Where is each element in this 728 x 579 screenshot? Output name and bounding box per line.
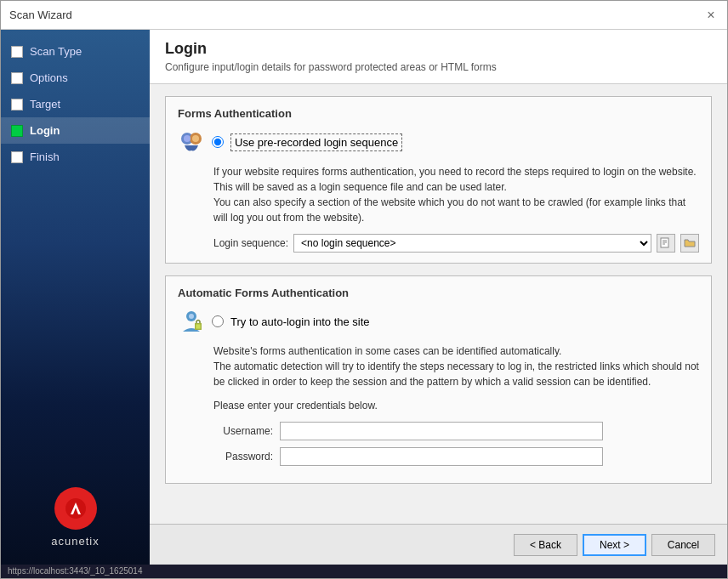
sidebar-item-finish[interactable]: Finish bbox=[1, 144, 150, 170]
sidebar-item-options[interactable]: Options bbox=[1, 65, 150, 91]
auto-auth-section: Automatic Forms Authentication bbox=[165, 275, 712, 484]
right-panel: Login Configure input/login details for … bbox=[150, 30, 727, 565]
forms-auth-section: Forms Authentication bbox=[165, 96, 712, 264]
acunetix-logo-icon bbox=[54, 487, 97, 530]
panel-header: Login Configure input/login details for … bbox=[150, 30, 727, 84]
auto-login-radio-label[interactable]: Try to auto-login into the site bbox=[230, 315, 370, 328]
login-seq-select[interactable]: <no login sequence> bbox=[293, 234, 651, 253]
password-row: Password: bbox=[213, 447, 699, 466]
forms-auth-icon bbox=[178, 128, 205, 156]
sidebar-item-login[interactable]: Login bbox=[1, 117, 150, 144]
options-checkbox bbox=[11, 72, 23, 84]
sidebar-logo: acunetix bbox=[1, 470, 150, 565]
forms-auth-description: If your website requires forms authentic… bbox=[213, 164, 699, 225]
login-label: Login bbox=[30, 124, 60, 137]
sidebar: Scan Type Options Target Login Finish bbox=[1, 30, 150, 565]
cancel-button[interactable]: Cancel bbox=[651, 534, 715, 556]
finish-label: Finish bbox=[30, 150, 60, 163]
finish-checkbox bbox=[11, 151, 23, 163]
window-title: Scan Wizard bbox=[9, 9, 72, 21]
title-bar: Scan Wizard × bbox=[1, 1, 727, 30]
open-login-seq-button[interactable] bbox=[680, 234, 699, 253]
next-button[interactable]: Next > bbox=[583, 534, 646, 556]
password-input[interactable] bbox=[280, 447, 603, 466]
scan-type-label: Scan Type bbox=[30, 45, 82, 58]
svg-rect-10 bbox=[196, 324, 201, 329]
svg-point-3 bbox=[192, 135, 199, 142]
new-login-seq-button[interactable] bbox=[657, 234, 675, 253]
sidebar-item-scan-type[interactable]: Scan Type bbox=[1, 38, 150, 65]
auto-auth-description: Website's forms authentication in some c… bbox=[213, 343, 699, 389]
auto-login-radio[interactable] bbox=[212, 315, 224, 327]
pre-recorded-radio[interactable] bbox=[212, 136, 224, 148]
acunetix-brand-text: acunetix bbox=[51, 535, 99, 548]
pre-recorded-radio-label[interactable]: Use pre-recorded login sequence bbox=[230, 133, 402, 151]
login-seq-label: Login sequence: bbox=[213, 237, 288, 249]
username-row: Username: bbox=[213, 422, 699, 440]
panel-title: Login bbox=[165, 40, 712, 58]
url-bar: https://localhost:3443/_10_1625014 bbox=[1, 565, 727, 578]
credentials-prompt: Please enter your credentials below. bbox=[213, 398, 699, 413]
password-label: Password: bbox=[213, 451, 273, 463]
login-sequence-row: Login sequence: <no login sequence> bbox=[213, 234, 699, 253]
auto-login-radio-row: Try to auto-login into the site bbox=[178, 308, 699, 335]
login-checkbox bbox=[11, 125, 23, 137]
scan-type-checkbox bbox=[11, 46, 23, 58]
footer: < Back Next > Cancel bbox=[150, 524, 727, 565]
main-content: Scan Type Options Target Login Finish bbox=[1, 30, 727, 565]
auto-auth-icon bbox=[178, 308, 205, 335]
target-label: Target bbox=[30, 98, 60, 111]
pre-recorded-radio-row: Use pre-recorded login sequence bbox=[178, 128, 699, 156]
scan-wizard-window: Scan Wizard × Scan Type Options Target L… bbox=[0, 0, 728, 579]
url-text: https://localhost:3443/_10_1625014 bbox=[8, 566, 142, 576]
panel-body: Forms Authentication bbox=[150, 84, 727, 524]
close-button[interactable]: × bbox=[703, 8, 719, 23]
back-button[interactable]: < Back bbox=[514, 534, 577, 556]
svg-point-9 bbox=[189, 314, 194, 319]
forms-auth-title: Forms Authentication bbox=[178, 107, 699, 120]
options-label: Options bbox=[30, 71, 68, 84]
panel-subtitle: Configure input/login details for passwo… bbox=[165, 61, 712, 73]
sidebar-item-target[interactable]: Target bbox=[1, 91, 150, 117]
username-label: Username: bbox=[213, 425, 273, 437]
auto-auth-title: Automatic Forms Authentication bbox=[178, 287, 699, 299]
target-checkbox bbox=[11, 99, 23, 111]
username-input[interactable] bbox=[280, 422, 603, 440]
svg-point-2 bbox=[184, 135, 191, 142]
